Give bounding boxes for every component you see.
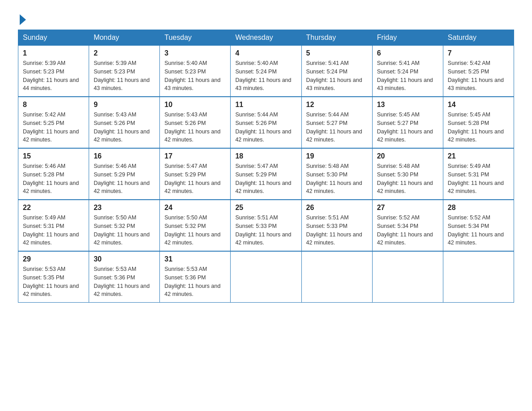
day-cell: 16 Sunrise: 5:46 AM Sunset: 5:29 PM Dayl… <box>89 148 160 200</box>
day-number: 6 <box>377 49 438 57</box>
day-info: Sunrise: 5:44 AM Sunset: 5:27 PM Dayligh… <box>306 111 368 144</box>
day-number: 28 <box>448 204 509 212</box>
day-info: Sunrise: 5:39 AM Sunset: 5:23 PM Dayligh… <box>94 59 155 93</box>
day-info: Sunrise: 5:52 AM Sunset: 5:34 PM Dayligh… <box>448 214 509 247</box>
day-number: 24 <box>164 204 226 212</box>
logo <box>18 13 26 23</box>
day-cell <box>301 251 372 303</box>
day-info: Sunrise: 5:43 AM Sunset: 5:26 PM Dayligh… <box>94 111 155 144</box>
day-number: 10 <box>164 101 226 109</box>
day-number: 25 <box>235 204 296 212</box>
day-cell: 17 Sunrise: 5:47 AM Sunset: 5:29 PM Dayl… <box>160 148 231 200</box>
day-cell: 3 Sunrise: 5:40 AM Sunset: 5:23 PM Dayli… <box>160 46 231 97</box>
day-info: Sunrise: 5:50 AM Sunset: 5:32 PM Dayligh… <box>94 214 155 247</box>
day-number: 16 <box>94 152 155 160</box>
day-info: Sunrise: 5:53 AM Sunset: 5:35 PM Dayligh… <box>23 265 84 299</box>
day-cell: 22 Sunrise: 5:49 AM Sunset: 5:31 PM Dayl… <box>18 200 89 251</box>
day-info: Sunrise: 5:42 AM Sunset: 5:25 PM Dayligh… <box>23 111 84 144</box>
day-cell <box>372 251 443 303</box>
day-info: Sunrise: 5:51 AM Sunset: 5:33 PM Dayligh… <box>235 214 296 247</box>
day-cell: 4 Sunrise: 5:40 AM Sunset: 5:24 PM Dayli… <box>231 46 301 97</box>
day-number: 17 <box>164 152 226 160</box>
logo-arrow-icon <box>20 14 26 25</box>
header-thursday: Thursday <box>301 30 372 46</box>
day-cell: 21 Sunrise: 5:49 AM Sunset: 5:31 PM Dayl… <box>443 148 514 200</box>
day-number: 23 <box>94 204 155 212</box>
day-info: Sunrise: 5:41 AM Sunset: 5:24 PM Dayligh… <box>306 59 368 93</box>
day-cell: 18 Sunrise: 5:47 AM Sunset: 5:29 PM Dayl… <box>231 148 301 200</box>
day-number: 7 <box>448 49 509 57</box>
day-number: 29 <box>23 255 84 263</box>
day-cell: 10 Sunrise: 5:43 AM Sunset: 5:26 PM Dayl… <box>160 97 231 148</box>
day-cell: 26 Sunrise: 5:51 AM Sunset: 5:33 PM Dayl… <box>301 200 372 251</box>
day-number: 22 <box>23 204 84 212</box>
day-number: 8 <box>23 101 84 109</box>
day-number: 3 <box>164 49 226 57</box>
day-number: 2 <box>94 49 155 57</box>
day-cell: 29 Sunrise: 5:53 AM Sunset: 5:35 PM Dayl… <box>18 251 89 303</box>
day-cell: 6 Sunrise: 5:41 AM Sunset: 5:24 PM Dayli… <box>372 46 443 97</box>
day-info: Sunrise: 5:40 AM Sunset: 5:23 PM Dayligh… <box>164 59 226 93</box>
day-number: 31 <box>164 255 226 263</box>
header-monday: Monday <box>89 30 160 46</box>
day-cell: 31 Sunrise: 5:53 AM Sunset: 5:36 PM Dayl… <box>160 251 231 303</box>
day-number: 11 <box>235 101 296 109</box>
day-info: Sunrise: 5:47 AM Sunset: 5:29 PM Dayligh… <box>164 162 226 196</box>
day-info: Sunrise: 5:45 AM Sunset: 5:28 PM Dayligh… <box>448 111 509 144</box>
day-cell: 11 Sunrise: 5:44 AM Sunset: 5:26 PM Dayl… <box>231 97 301 148</box>
day-cell: 30 Sunrise: 5:53 AM Sunset: 5:36 PM Dayl… <box>89 251 160 303</box>
day-number: 20 <box>377 152 438 160</box>
day-info: Sunrise: 5:50 AM Sunset: 5:32 PM Dayligh… <box>164 214 226 247</box>
day-cell: 1 Sunrise: 5:39 AM Sunset: 5:23 PM Dayli… <box>18 46 89 97</box>
day-info: Sunrise: 5:46 AM Sunset: 5:29 PM Dayligh… <box>94 162 155 196</box>
day-number: 9 <box>94 101 155 109</box>
header-tuesday: Tuesday <box>160 30 231 46</box>
day-info: Sunrise: 5:44 AM Sunset: 5:26 PM Dayligh… <box>235 111 296 144</box>
day-info: Sunrise: 5:45 AM Sunset: 5:27 PM Dayligh… <box>377 111 438 144</box>
day-cell: 12 Sunrise: 5:44 AM Sunset: 5:27 PM Dayl… <box>301 97 372 148</box>
day-info: Sunrise: 5:53 AM Sunset: 5:36 PM Dayligh… <box>164 265 226 299</box>
day-number: 18 <box>235 152 296 160</box>
day-cell: 13 Sunrise: 5:45 AM Sunset: 5:27 PM Dayl… <box>372 97 443 148</box>
week-row-5: 29 Sunrise: 5:53 AM Sunset: 5:35 PM Dayl… <box>18 251 514 303</box>
day-cell: 9 Sunrise: 5:43 AM Sunset: 5:26 PM Dayli… <box>89 97 160 148</box>
day-cell: 25 Sunrise: 5:51 AM Sunset: 5:33 PM Dayl… <box>231 200 301 251</box>
day-cell: 23 Sunrise: 5:50 AM Sunset: 5:32 PM Dayl… <box>89 200 160 251</box>
day-cell: 27 Sunrise: 5:52 AM Sunset: 5:34 PM Dayl… <box>372 200 443 251</box>
day-cell: 7 Sunrise: 5:42 AM Sunset: 5:25 PM Dayli… <box>443 46 514 97</box>
header-sunday: Sunday <box>18 30 89 46</box>
header <box>18 13 514 23</box>
week-row-4: 22 Sunrise: 5:49 AM Sunset: 5:31 PM Dayl… <box>18 200 514 251</box>
day-cell: 24 Sunrise: 5:50 AM Sunset: 5:32 PM Dayl… <box>160 200 231 251</box>
day-number: 13 <box>377 101 438 109</box>
day-cell: 15 Sunrise: 5:46 AM Sunset: 5:28 PM Dayl… <box>18 148 89 200</box>
calendar-table: SundayMondayTuesdayWednesdayThursdayFrid… <box>18 30 514 303</box>
day-number: 1 <box>23 49 84 57</box>
day-number: 21 <box>448 152 509 160</box>
day-number: 19 <box>306 152 368 160</box>
day-number: 30 <box>94 255 155 263</box>
week-row-2: 8 Sunrise: 5:42 AM Sunset: 5:25 PM Dayli… <box>18 97 514 148</box>
day-info: Sunrise: 5:40 AM Sunset: 5:24 PM Dayligh… <box>235 59 296 93</box>
day-cell: 2 Sunrise: 5:39 AM Sunset: 5:23 PM Dayli… <box>89 46 160 97</box>
week-row-1: 1 Sunrise: 5:39 AM Sunset: 5:23 PM Dayli… <box>18 46 514 97</box>
day-number: 5 <box>306 49 368 57</box>
day-info: Sunrise: 5:48 AM Sunset: 5:30 PM Dayligh… <box>377 162 438 196</box>
day-info: Sunrise: 5:42 AM Sunset: 5:25 PM Dayligh… <box>448 59 509 93</box>
day-cell: 28 Sunrise: 5:52 AM Sunset: 5:34 PM Dayl… <box>443 200 514 251</box>
day-number: 14 <box>448 101 509 109</box>
header-friday: Friday <box>372 30 443 46</box>
day-number: 27 <box>377 204 438 212</box>
header-saturday: Saturday <box>443 30 514 46</box>
day-info: Sunrise: 5:43 AM Sunset: 5:26 PM Dayligh… <box>164 111 226 144</box>
day-cell: 8 Sunrise: 5:42 AM Sunset: 5:25 PM Dayli… <box>18 97 89 148</box>
day-info: Sunrise: 5:52 AM Sunset: 5:34 PM Dayligh… <box>377 214 438 247</box>
day-number: 4 <box>235 49 296 57</box>
day-info: Sunrise: 5:49 AM Sunset: 5:31 PM Dayligh… <box>448 162 509 196</box>
day-cell <box>231 251 301 303</box>
day-info: Sunrise: 5:53 AM Sunset: 5:36 PM Dayligh… <box>94 265 155 299</box>
day-cell: 19 Sunrise: 5:48 AM Sunset: 5:30 PM Dayl… <box>301 148 372 200</box>
day-info: Sunrise: 5:48 AM Sunset: 5:30 PM Dayligh… <box>306 162 368 196</box>
day-info: Sunrise: 5:41 AM Sunset: 5:24 PM Dayligh… <box>377 59 438 93</box>
day-info: Sunrise: 5:51 AM Sunset: 5:33 PM Dayligh… <box>306 214 368 247</box>
